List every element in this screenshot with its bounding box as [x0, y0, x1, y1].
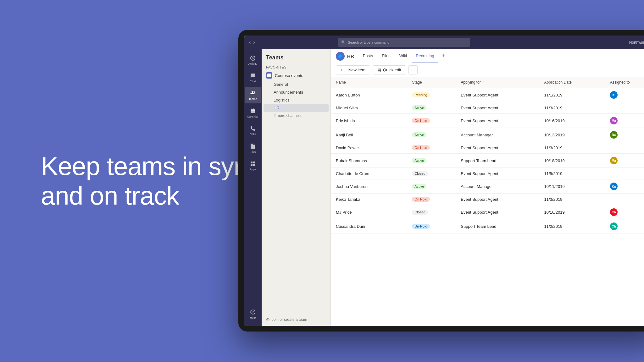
cell-stage: Closed [407, 168, 456, 179]
apps-label: Apps [250, 168, 256, 171]
cell-assigned [605, 102, 644, 114]
sidebar-item-apps[interactable]: Apps [245, 157, 261, 174]
cell-stage: On Hold [407, 194, 456, 205]
tab-wiki[interactable]: Wiki [396, 49, 411, 63]
tab-bar: 🔷 HR Posts Files Wiki Recruiting + [331, 49, 644, 63]
main-layout: Activity Chat Teams [244, 49, 644, 326]
tab-team-icon-letter: 🔷 [338, 54, 343, 59]
channel-panel-footer[interactable]: ⊕ Join or create a team [262, 313, 330, 326]
nav-back-arrow[interactable]: ‹ [249, 40, 251, 45]
new-item-button[interactable]: + + New item [336, 65, 370, 74]
avatar: Ma [610, 157, 618, 164]
table-row[interactable]: Babak ShammasActiveSupport Team Lead10/1… [331, 154, 644, 168]
team-item-contoso[interactable]: Contoso events [262, 70, 330, 80]
cell-date: 10/16/2019 [539, 114, 605, 128]
table-row[interactable]: Charlotte de CrumClosedEvent Support Age… [331, 168, 644, 179]
table-row[interactable]: Cassandra DunnUn-HoldSupport Team Lead11… [331, 219, 644, 233]
tab-add-button[interactable]: + [439, 53, 448, 59]
cell-assigned [605, 194, 644, 205]
cell-name: Joshua Vanburen [331, 179, 407, 194]
more-options-button[interactable]: ··· [408, 65, 418, 74]
col-name: Name [331, 77, 407, 88]
cell-date: 10/16/2019 [539, 205, 605, 219]
cell-name: Aaron Burton [331, 88, 407, 102]
quick-edit-icon: ▤ [377, 68, 381, 72]
cell-stage: Pending [407, 88, 456, 102]
quick-edit-button[interactable]: ▤ Quick edit [373, 65, 406, 74]
search-icon: 🔍 [341, 40, 346, 45]
tab-files[interactable]: Files [378, 49, 394, 63]
col-stage: Stage [407, 77, 456, 88]
avatar: Ch [610, 222, 618, 230]
channel-panel: Teams Favorites Contoso events General A… [262, 49, 331, 326]
col-app-date: Application Date [539, 77, 605, 88]
team-icon [266, 72, 272, 79]
table-row[interactable]: Joshua VanburenActiveAccount Manager10/1… [331, 179, 644, 194]
tab-posts[interactable]: Posts [359, 49, 377, 63]
table-row[interactable]: MJ PriceClosedEvent Support Agent10/16/2… [331, 205, 644, 219]
cell-date: 11/2/2019 [539, 219, 605, 233]
avatar: Da [610, 131, 618, 139]
svg-rect-4 [251, 162, 253, 163]
table-row[interactable]: Miguel SilvaActiveEvent Support Agent11/… [331, 102, 644, 114]
cell-applying-for: Event Support Agent [456, 102, 539, 114]
cell-name: Babak Shammas [331, 154, 407, 168]
cell-name: David Power [331, 142, 407, 154]
cell-applying-for: Event Support Agent [456, 168, 539, 179]
calendar-icon [249, 107, 256, 114]
hero-section: Keep teams in sync and on track [41, 151, 260, 211]
sidebar-item-files[interactable]: Files [245, 140, 261, 156]
sidebar-item-calendar[interactable]: Calendar [245, 105, 261, 121]
sidebar-item-help[interactable]: ? Help [245, 306, 261, 322]
sidebar-item-teams[interactable]: Teams [245, 87, 261, 103]
teams-label: Teams [249, 97, 257, 101]
team-icon-inner [267, 74, 271, 77]
cell-name: Charlotte de Crum [331, 168, 407, 179]
table-row[interactable]: Eric IshidaOn HoldEvent Support Agent10/… [331, 114, 644, 128]
sidebar-item-activity[interactable]: Activity [245, 52, 261, 68]
cell-stage: Closed [407, 205, 456, 219]
channel-item-announcements[interactable]: Announcements [262, 88, 330, 96]
cell-applying-for: Event Support Agent [456, 88, 539, 102]
col-assigned: Assigned to [605, 77, 644, 88]
device-frame: ‹ › 🔍 Search or type a command Northwind… [238, 30, 644, 332]
favorites-label: Favorites [262, 64, 330, 70]
top-bar: ‹ › 🔍 Search or type a command Northwind… [244, 36, 644, 49]
channel-item-general[interactable]: General [262, 80, 330, 88]
nav-forward-arrow[interactable]: › [253, 40, 255, 45]
channel-item-hr[interactable]: HR [264, 104, 329, 112]
tab-recruiting[interactable]: Recruiting [412, 49, 438, 63]
quick-edit-label: Quick edit [383, 68, 401, 72]
search-bar[interactable]: 🔍 Search or type a command [338, 38, 470, 47]
sidebar-item-chat[interactable]: Chat [245, 69, 261, 86]
cell-date: 10/13/2019 [539, 128, 605, 142]
cell-date: 11/3/2019 [539, 194, 605, 205]
cell-applying-for: Event Support Agent [456, 142, 539, 154]
cell-applying-for: Account Manager [456, 179, 539, 194]
calls-icon [249, 125, 256, 132]
cell-assigned [605, 142, 644, 154]
more-channels[interactable]: 2 more channels [262, 112, 330, 119]
cell-date: 11/1/2019 [539, 88, 605, 102]
channel-item-logistics[interactable]: Logistics [262, 96, 330, 104]
col-applying-for: Applying for [456, 77, 539, 88]
activity-label: Activity [248, 62, 258, 65]
table-row[interactable]: David PowerOn HoldEvent Support Agent11/… [331, 142, 644, 154]
avatar: Ka [610, 183, 618, 190]
device-screen: ‹ › 🔍 Search or type a command Northwind… [244, 36, 644, 326]
cell-applying-for: Event Support Agent [456, 114, 539, 128]
table-row[interactable]: Keiko TanakaOn HoldEvent Support Agent11… [331, 194, 644, 205]
activity-icon [249, 55, 256, 62]
chat-icon [249, 72, 256, 79]
cell-stage: Un-Hold [407, 219, 456, 233]
content-area: 🔷 HR Posts Files Wiki Recruiting + + + [331, 49, 644, 326]
search-placeholder: Search or type a command [348, 41, 389, 44]
svg-rect-0 [251, 109, 255, 113]
cell-stage: Active [407, 179, 456, 194]
cell-assigned: Ch [605, 219, 644, 233]
team-name: Contoso events [275, 73, 303, 78]
table-row[interactable]: Aaron BurtonPendingEvent Support Agent11… [331, 88, 644, 102]
cell-assigned [605, 168, 644, 179]
table-row[interactable]: Kadji BellActiveAccount Manager10/13/201… [331, 128, 644, 142]
sidebar-item-calls[interactable]: Calls [245, 122, 261, 139]
